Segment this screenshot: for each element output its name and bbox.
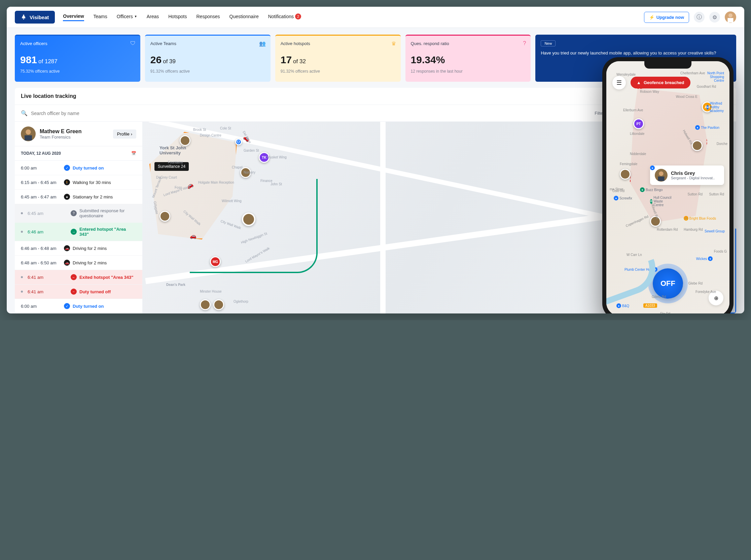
timeline-item[interactable]: 6:45 am - 6:47 am●Stationary for 2 mins [15,190,142,204]
timeline-item[interactable]: 6:15 am - 6:45 am🚶Walking for 30 mins [15,175,142,190]
map-pin-tracked-officer[interactable] [242,213,255,226]
phone-mockup: ☰ ▲Geofence breached PT AM Chris Grey Se… [602,57,733,314]
poi-icon: ♻ [650,199,652,204]
officer-info-card[interactable]: Chris Grey Sergeant - Digital Innovat.. [650,165,724,185]
help-icon: ? [523,40,526,46]
phone-pin-pt[interactable]: PT [633,118,644,129]
timeline-time: 6:00 am [21,165,61,171]
timeline-time: 6:48 am - 6:50 am [21,260,61,265]
timeline-text: Stationary for 2 mins [73,194,136,199]
timeline-item[interactable]: 6:48 am - 6:50 am🚗Driving for 2 mins [15,256,142,270]
timeline-item[interactable]: 6:00 am✓Duty turned on [15,299,142,314]
crest-icon [21,14,27,20]
phone-screen[interactable]: ☰ ▲Geofence breached PT AM Chris Grey Se… [606,61,729,314]
gear-icon: ⚙ [712,14,717,21]
timeline-item[interactable]: 6:41 am−Duty turned off [15,284,142,299]
poi-icon: ● [707,105,709,109]
nav-officers[interactable]: Officers▼ [117,14,137,21]
timeline-icon: 🚶 [64,179,70,185]
shield-icon: 🛡 [130,40,136,46]
poi-icon: ● [616,303,621,308]
timeline-text: Driving for 2 mins [73,246,136,251]
card-active-officers[interactable]: Active officers 🛡 981of 1287 75.32% offi… [15,35,140,82]
map-pin-officer4[interactable] [200,299,211,310]
main-nav: Overview Teams Officers▼ Areas Hotspots … [63,14,644,21]
map-pin-officer5[interactable] [213,299,224,310]
calendar-icon[interactable]: 📅 [131,151,136,156]
timeline-item[interactable]: 6:46 am - 6:48 am🚗Driving for 2 mins [15,241,142,256]
poi-icon: 🍔 [684,216,688,221]
upgrade-button[interactable]: ⚡Upgrade now [644,12,689,23]
officer-panel: Mathew E Green Team Forensics Profile› T… [15,122,143,314]
phone-pin-officer2[interactable] [620,169,631,180]
timeline-text: Exited hotspot "Area 343" [79,275,136,280]
warning-icon: ▲ [637,80,641,85]
chevron-down-icon: ▼ [134,15,137,18]
duty-toggle-button[interactable]: OFF [653,268,683,299]
bullet-icon [21,212,23,214]
nav-questionnaire[interactable]: Questionnaire [230,14,259,21]
timeline-icon: ● [64,194,70,200]
timeline-icon: − [71,288,77,295]
promo-badge: New [541,40,555,46]
timeline-item[interactable]: 6:00 am✓Duty turned on [15,161,142,175]
brand-name: Visibeat [29,15,49,20]
timeline-time: 6:46 am - 6:48 am [21,246,61,251]
hamburger-icon: ☰ [616,79,622,86]
geofence-alert[interactable]: ▲Geofence breached [631,77,690,88]
profile-button[interactable]: Profile› [113,129,136,139]
info-button[interactable]: ⓘ [694,12,705,22]
nav-teams[interactable]: Teams [94,14,107,21]
timeline-text: Entered hotspot "Area 343" [79,227,136,237]
officer-header: Mathew E Green Team Forensics Profile› [15,122,142,146]
nav-notifications[interactable]: Notifications2 [268,14,301,21]
poi-icon: ● [695,125,700,130]
app-window: Visibeat Overview Teams Officers▼ Areas … [7,7,744,314]
chevron-right-icon: › [131,132,132,137]
nav-hotspots[interactable]: Hotspots [168,14,187,21]
brand-logo[interactable]: Visibeat [15,11,55,23]
map-pin-officer3[interactable] [159,211,170,222]
timeline-item[interactable]: 6:41 am←Exited hotspot "Area 343" [15,270,142,284]
phone-menu-button[interactable]: ☰ [612,76,626,89]
user-avatar[interactable] [725,12,736,23]
timeline-item[interactable]: 6:45 am?Submitted response for questiona… [15,204,142,223]
crown-icon: ♛ [391,40,396,47]
search-input[interactable] [31,111,591,116]
map-shield-marker[interactable]: 🛡 [235,139,242,145]
phone-pin-officer1[interactable] [692,140,703,151]
crosshair-icon: ⊕ [714,295,718,301]
officer-avatar[interactable] [21,126,36,141]
timeline-text: Duty turned on [73,165,136,171]
timeline-item[interactable]: 6:46 am→Entered hotspot "Area 343" [15,223,142,241]
card-avatar [655,169,668,182]
map-pin-officer[interactable] [180,135,191,146]
settings-button[interactable]: ⚙ [709,12,720,22]
card-officer-role: Sergeant - Digital Innovat.. [671,176,715,180]
nav-responses[interactable]: Responses [197,14,220,21]
card-active-hotspots[interactable]: Active hotspots ♛ 17of 32 91.32% officer… [275,35,401,82]
timeline-time: 6:15 am - 6:45 am [21,180,61,185]
card-respond-ratio[interactable]: Ques. respond ratio ? 19.34% 12 response… [406,35,531,82]
poi-icon: ● [708,256,713,261]
notif-badge: 2 [295,14,301,20]
timeline-icon: ✓ [64,165,70,171]
timeline-text: Walking for 30 mins [73,180,136,185]
timeline-time: 6:00 am [21,304,61,309]
topbar: Visibeat Overview Teams Officers▼ Areas … [7,7,744,28]
search-icon: 🔍 [21,110,27,116]
poi-icon: ● [640,187,645,192]
card-value: 981 [20,54,37,65]
timeline-time: 6:45 am [27,211,68,216]
timeline-text: Driving for 2 mins [73,260,136,265]
timeline-time: 6:41 am [27,275,68,280]
nav-areas[interactable]: Areas [147,14,159,21]
poi-icon: ● [650,165,655,170]
timeline-icon: → [71,229,77,235]
bullet-icon [21,276,23,278]
nav-overview[interactable]: Overview [63,14,84,21]
map-pin-mg[interactable]: MG [210,256,221,267]
timeline-icon: ← [71,274,77,280]
card-active-teams[interactable]: Active Teams 👥 26of 39 91.32% officers a… [145,35,271,82]
timeline-time: 6:46 am [27,229,68,235]
